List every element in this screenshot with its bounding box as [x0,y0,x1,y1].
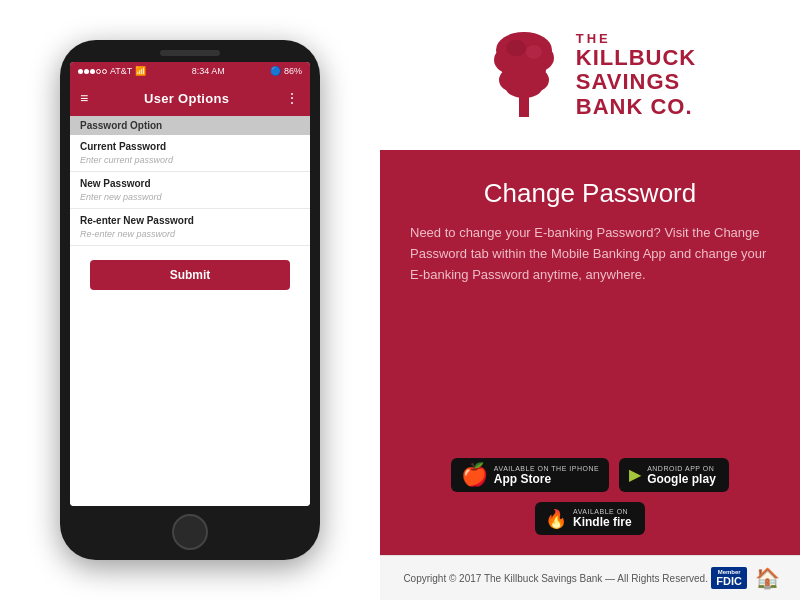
kindle-small: Available on [573,508,632,515]
signal-dots [78,69,107,74]
app-store-text: Available on the iPhone App Store [494,465,599,486]
svg-rect-0 [519,95,529,117]
overflow-menu-icon[interactable]: ⋮ [285,90,300,106]
google-play-badge[interactable]: ▶ ANDROID APP ON Google play [619,458,729,492]
app-store-badge[interactable]: 🍎 Available on the iPhone App Store [451,458,609,492]
logo-bank: BANK CO. [576,95,696,119]
reenter-password-label: Re-enter New Password [80,215,300,226]
home-button[interactable] [172,514,208,550]
logo-container: THE KILLBUCK SAVINGS BANK CO. [484,30,696,120]
status-bar: AT&T 📶 8:34 AM 🔵 86% [70,62,310,80]
hamburger-icon[interactable]: ≡ [80,90,88,106]
new-password-field: New Password Enter new password [70,172,310,209]
amazon-icon: 🔥 [545,510,567,528]
logo-the: THE [576,31,696,46]
submit-btn-wrap: Submit [70,246,310,304]
status-right: 🔵 86% [270,66,302,76]
current-password-input[interactable]: Enter current password [80,155,300,165]
submit-button[interactable]: Submit [90,260,290,290]
content-area: Change Password Need to change your E-ba… [380,150,800,555]
signal-dot-2 [84,69,89,74]
status-left: AT&T 📶 [78,66,146,76]
current-password-label: Current Password [80,141,300,152]
phone-screen: AT&T 📶 8:34 AM 🔵 86% ≡ User Options ⋮ Pa… [70,62,310,506]
reenter-password-input[interactable]: Re-enter new password [80,229,300,239]
svg-point-9 [526,45,542,59]
logo-tree-icon [484,30,564,120]
app-top-bar: ≡ User Options ⋮ [70,80,310,116]
android-icon: ▶ [629,467,641,483]
signal-dot-4 [96,69,101,74]
app-bar-title: User Options [144,91,229,106]
equal-housing-icon: 🏠 [755,566,780,590]
google-play-text: ANDROID APP ON Google play [647,465,716,486]
badges-area: 🍎 Available on the iPhone App Store ▶ AN… [410,458,770,535]
footer-text: Copyright © 2017 The Killbuck Savings Ba… [400,573,711,584]
kindle-fire-badge[interactable]: 🔥 Available on Kindle fire [535,502,645,535]
app-store-name: App Store [494,472,599,486]
signal-dot-1 [78,69,83,74]
page-description: Need to change your E-banking Password? … [410,223,770,285]
google-play-small: ANDROID APP ON [647,465,716,472]
logo-savings: SAVINGS [576,70,696,94]
phone: AT&T 📶 8:34 AM 🔵 86% ≡ User Options ⋮ Pa… [60,40,320,560]
carrier-label: AT&T [110,66,132,76]
new-password-input[interactable]: Enter new password [80,192,300,202]
svg-point-8 [506,40,526,56]
current-password-field: Current Password Enter current password [70,135,310,172]
section-header: Password Option [70,116,310,135]
signal-dot-3 [90,69,95,74]
fdic-badge: Member FDIC [711,567,747,589]
time-label: 8:34 AM [192,66,225,76]
form-area: Current Password Enter current password … [70,135,310,506]
app-store-small: Available on the iPhone [494,465,599,472]
fdic-label: FDIC [716,575,742,587]
battery-label: 86% [284,66,302,76]
logo-killbuck: KILLBUCK [576,46,696,70]
right-panel: THE KILLBUCK SAVINGS BANK CO. Change Pas… [380,0,800,600]
google-play-name: Google play [647,472,716,486]
footer: Copyright © 2017 The Killbuck Savings Ba… [380,555,800,600]
kindle-name: Kindle fire [573,515,632,529]
page-title: Change Password [410,178,770,209]
signal-dot-5 [102,69,107,74]
footer-logos: Member FDIC 🏠 [711,566,780,590]
phone-speaker [160,50,220,56]
apple-icon: 🍎 [461,464,488,486]
left-panel: AT&T 📶 8:34 AM 🔵 86% ≡ User Options ⋮ Pa… [0,0,380,600]
kindle-text: Available on Kindle fire [573,508,632,529]
wifi-icon: 📶 [135,66,146,76]
logo-area: THE KILLBUCK SAVINGS BANK CO. [380,0,800,150]
svg-point-7 [506,78,542,98]
logo-text: THE KILLBUCK SAVINGS BANK CO. [576,31,696,119]
reenter-password-field: Re-enter New Password Re-enter new passw… [70,209,310,246]
new-password-label: New Password [80,178,300,189]
bluetooth-icon: 🔵 [270,66,281,76]
